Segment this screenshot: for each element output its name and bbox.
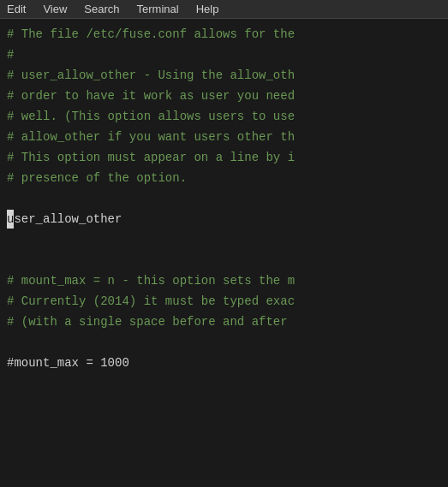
menubar: Edit View Search Terminal Help	[0, 0, 448, 19]
editor-line	[0, 229, 448, 250]
editor-line: user_allow_other	[0, 209, 448, 229]
menu-edit[interactable]: Edit	[3, 3, 29, 15]
menu-help[interactable]: Help	[193, 3, 223, 15]
editor-line: #mount_max = 1000	[0, 353, 448, 373]
editor-line: # mount_max = n - this option sets the m	[0, 270, 448, 291]
editor-line	[0, 332, 448, 353]
editor-line: #	[0, 45, 448, 65]
editor-line: # order to have it work as user you need	[0, 86, 448, 106]
editor-line	[0, 250, 448, 270]
editor-line: # The file /etc/fuse.conf allows for the	[0, 24, 448, 45]
editor-line: # This option must appear on a line by i	[0, 147, 448, 168]
editor-line: # user_allow_other - Using the allow_oth	[0, 65, 448, 86]
editor-line: # Currently (2014) it must be typed exac	[0, 291, 448, 312]
menu-terminal[interactable]: Terminal	[134, 3, 182, 15]
editor-line: # well. (This option allows users to use	[0, 106, 448, 127]
editor-line	[0, 188, 448, 209]
editor-line: # (with a single space before and after	[0, 312, 448, 332]
menu-view[interactable]: View	[39, 3, 70, 15]
editor-line: # presence of the option.	[0, 168, 448, 188]
editor-area[interactable]: # The file /etc/fuse.conf allows for the…	[0, 19, 448, 487]
menu-search[interactable]: Search	[81, 3, 122, 15]
editor-line: # allow_other if you want users other th	[0, 127, 448, 147]
